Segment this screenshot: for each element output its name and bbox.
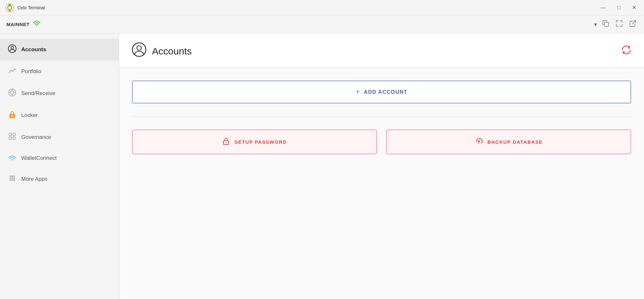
page-title: Accounts [152,46,192,57]
wifi-icon [33,21,41,28]
svg-point-34 [226,142,227,143]
network-bar: MAINNET ▾ [0,15,644,34]
external-link-button[interactable] [628,19,638,30]
action-buttons: SETUP PASSWORD BACKUP DATABASE [132,130,631,154]
app-logo-icon [5,3,14,12]
sidebar-item-locker[interactable]: Locker [0,104,119,126]
page-header-left: Accounts [132,43,192,60]
content-body: + ADD ACCOUNT SETUP PASSWORD [119,68,644,299]
svg-point-30 [14,179,15,181]
svg-point-10 [11,91,14,94]
upload-cloud-icon [475,137,483,147]
sidebar-item-walletconnect[interactable]: WalletConnect [0,148,119,168]
network-dropdown-button[interactable]: ▾ [594,21,597,28]
svg-rect-5 [604,22,609,26]
sidebar-item-walletconnect-label: WalletConnect [21,155,57,161]
copy-button[interactable] [601,19,611,30]
sidebar-item-portfolio-label: Portfolio [21,68,41,75]
content-area: Accounts + ADD ACCOUNT [119,34,644,299]
svg-point-28 [10,179,11,181]
svg-point-26 [12,178,13,179]
title-bar-left: Celo Terminal [5,3,45,12]
page-header-accounts-icon [132,43,146,60]
minimize-button[interactable]: — [598,4,608,12]
title-bar: Celo Terminal — □ ✕ [0,0,644,15]
svg-point-27 [14,178,15,179]
accounts-icon [8,44,17,55]
add-account-label: ADD ACCOUNT [364,89,407,95]
svg-rect-17 [9,133,12,136]
sidebar-item-more-apps[interactable]: More Apps [0,168,119,190]
svg-point-2 [9,4,11,6]
backup-database-label: BACKUP DATABASE [488,139,543,145]
maximize-button[interactable]: □ [615,4,623,12]
svg-point-3 [9,9,11,11]
svg-point-29 [12,179,13,181]
network-name: MAINNET [6,22,30,27]
sidebar-item-portfolio[interactable]: Portfolio [0,61,119,82]
sidebar-item-locker-label: Locker [21,112,38,119]
svg-rect-19 [9,137,12,140]
sidebar-item-governance-label: Governance [21,134,51,140]
setup-password-label: SETUP PASSWORD [234,139,287,145]
svg-point-4 [36,25,37,26]
governance-icon [8,132,17,142]
svg-point-32 [137,46,141,50]
svg-point-25 [10,178,11,179]
setup-password-button[interactable]: SETUP PASSWORD [132,130,377,154]
refresh-button[interactable] [621,45,631,57]
svg-point-23 [12,176,13,177]
sidebar-item-accounts[interactable]: Accounts [0,39,119,61]
add-account-button[interactable]: + ADD ACCOUNT [132,81,631,103]
sidebar-item-send-receive[interactable]: Send/Receive [0,82,119,104]
portfolio-icon [8,66,17,77]
app-title: Celo Terminal [17,5,45,10]
content-separator [132,116,631,117]
svg-point-16 [12,115,13,117]
svg-point-1 [8,5,12,10]
sidebar-item-governance[interactable]: Governance [0,126,119,148]
svg-point-21 [12,159,13,160]
page-header: Accounts [119,34,644,68]
plus-icon: + [356,88,360,96]
sidebar-item-accounts-label: Accounts [21,46,46,53]
svg-point-24 [14,176,15,177]
sidebar-item-send-receive-label: Send/Receive [21,90,55,97]
send-receive-icon [8,88,17,99]
lock-icon [222,137,230,147]
title-bar-controls: — □ ✕ [598,3,639,12]
locker-icon [8,110,17,121]
backup-database-button[interactable]: BACKUP DATABASE [386,130,631,154]
fullscreen-button[interactable] [614,19,624,30]
network-right: ▾ [594,19,638,30]
svg-line-6 [632,21,636,24]
svg-point-22 [10,176,11,177]
more-apps-icon [8,174,17,184]
close-button[interactable]: ✕ [630,3,639,12]
walletconnect-icon [8,154,17,162]
network-left: MAINNET [6,21,41,28]
svg-rect-18 [13,133,15,136]
main-layout: Accounts Portfolio [0,34,644,299]
svg-point-8 [11,46,14,49]
svg-rect-20 [13,137,15,140]
sidebar-item-more-apps-label: More Apps [21,176,47,182]
sidebar: Accounts Portfolio [0,34,119,299]
